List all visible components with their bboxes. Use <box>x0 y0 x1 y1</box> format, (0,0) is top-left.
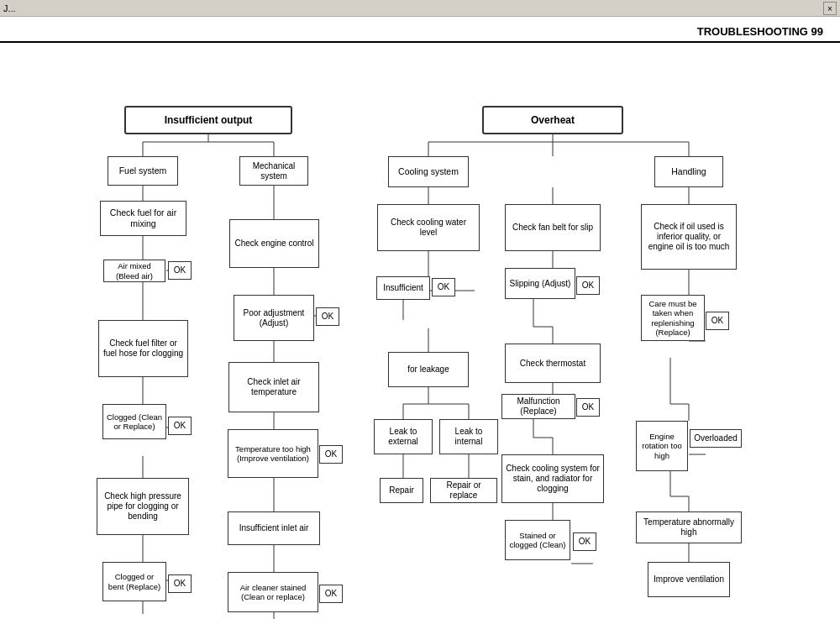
temp-too-high-box: Temperature too high (Improve ventilatio… <box>228 429 318 478</box>
titlebar: J... × <box>0 0 840 17</box>
ok6-box: OK <box>576 398 600 417</box>
ok9-box: OK <box>168 574 192 593</box>
poor-adjustment-box: Poor adjustment (Adjust) <box>234 295 314 341</box>
air-cleaner-box: Air cleaner stained (Clean or replace) <box>228 572 318 612</box>
close-button[interactable]: × <box>823 2 837 15</box>
leak-internal-box: Leak to internal <box>439 419 498 454</box>
ok1-box: OK <box>168 261 192 280</box>
check-inlet-air-box: Check inlet air temperature <box>228 362 319 412</box>
cooling-system-box: Cooling system <box>388 156 469 187</box>
repair-replace-box: Repair or replace <box>430 478 497 503</box>
check-cooling-water-box: Check cooling water level <box>377 204 480 251</box>
slipping-box: Slipping (Adjust) <box>505 268 575 299</box>
engine-rotation-box: Engine rotation too high <box>636 421 688 471</box>
ok4-box: OK <box>576 276 600 295</box>
temperature-abnorm-box: Temperature abnormally high <box>636 511 742 543</box>
diagram-area: Insufficient output Overheat Fuel system… <box>0 43 840 619</box>
main-content: TROUBLESHOOTING 99 <box>0 17 840 619</box>
clogged1-box: Clogged (Clean or Replace) <box>102 404 166 439</box>
check-fan-belt-box: Check fan belt for slip <box>505 204 601 251</box>
overloaded-box: Overloaded <box>690 429 742 448</box>
insufficient-inlet-box: Insufficient inlet air <box>228 511 320 545</box>
leak-external-box: Leak to external <box>374 419 433 454</box>
air-mixed-box: Air mixed (Bleed air) <box>103 260 165 282</box>
ok8-box: OK <box>319 445 343 464</box>
care-must-box: Care must be taken when replenishing (Re… <box>641 295 705 341</box>
ok5-box: OK <box>706 312 729 330</box>
check-engine-control-box: Check engine control <box>229 219 319 268</box>
stained-clogged-box: Stained or clogged (Clean) <box>505 520 570 560</box>
check-high-pressure-box: Check high pressure pipe for clogging or… <box>97 478 189 535</box>
handling-box: Handling <box>654 156 723 187</box>
improve-ventilation-box: Improve ventilation <box>648 562 730 597</box>
overheat-box: Overheat <box>482 106 623 134</box>
check-cooling-system-box: Check cooling system for stain, and radi… <box>501 454 604 503</box>
for-leakage-box: for leakage <box>388 352 469 387</box>
ok7-box: OK <box>168 417 192 435</box>
page-header: TROUBLESHOOTING 99 <box>0 17 840 43</box>
check-thermostat-box: Check thermostat <box>505 344 601 383</box>
malfunction-box: Malfunction (Replace) <box>501 394 575 419</box>
mechanical-system-box: Mechanical system <box>239 156 308 186</box>
ok2-box: OK <box>316 307 339 326</box>
ok3-box: OK <box>432 278 455 296</box>
title-text: J... <box>3 3 16 13</box>
ok10-box: OK <box>319 585 343 603</box>
insufficient-output-box: Insufficient output <box>124 106 292 134</box>
check-oil-box: Check if oil used is inferior quality, o… <box>641 204 737 270</box>
ok11-box: OK <box>573 532 596 551</box>
fuel-system-box: Fuel system <box>108 156 178 186</box>
repair-box: Repair <box>380 478 423 503</box>
check-fuel-filter-box: Check fuel filter or fuel hose for clogg… <box>98 320 188 377</box>
header-text: TROUBLESHOOTING 99 <box>697 25 823 38</box>
check-fuel-air-box: Check fuel for air mixing <box>100 201 186 236</box>
insufficient-box: Insufficient <box>376 276 430 300</box>
clogged2-box: Clogged or bent (Replace) <box>102 562 166 601</box>
